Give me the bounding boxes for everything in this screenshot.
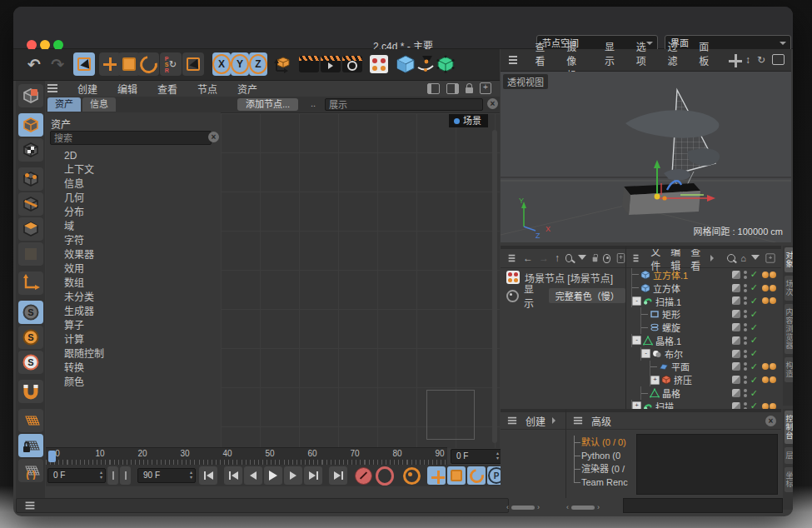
visibility-dots-icon[interactable] — [744, 271, 747, 279]
autokey-button[interactable] — [376, 466, 394, 485]
node-menu-item[interactable]: 查看 — [157, 82, 177, 96]
asset-category-item[interactable]: 信息 — [46, 177, 202, 192]
expander-icon[interactable]: - — [632, 336, 641, 345]
rail-snap-mode-button[interactable]: S — [18, 326, 43, 349]
panel-right-icon[interactable] — [446, 83, 459, 94]
menu-icon[interactable] — [47, 87, 57, 89]
edit-state-icon[interactable] — [732, 271, 740, 279]
visibility-dots-icon[interactable] — [744, 376, 747, 384]
scene-graph-tab[interactable]: 场景 — [449, 114, 488, 127]
visibility-dots-icon[interactable] — [744, 389, 747, 397]
range-slider-right[interactable] — [120, 466, 131, 485]
timeline-ruler[interactable]: 0102030405060708090 — [46, 447, 447, 465]
more-menus-icon[interactable] — [710, 255, 717, 262]
visibility-dots-icon[interactable] — [744, 402, 747, 409]
forward-icon[interactable]: → — [539, 253, 549, 263]
next-frame-button[interactable] — [284, 466, 302, 485]
create-panel-hscroll[interactable]: ‹› — [506, 501, 540, 513]
viewport-menu-icon[interactable] — [509, 59, 517, 61]
clear-search-icon[interactable]: × — [208, 132, 219, 142]
previous-key-button[interactable] — [224, 466, 242, 485]
rail-snap-settings-button[interactable]: S — [18, 351, 43, 374]
asset-category-item[interactable]: 计算 — [46, 333, 202, 347]
console-tree-item[interactable]: Python (0 — [571, 449, 635, 462]
object-row[interactable]: -晶格.1✓ — [626, 334, 781, 347]
dock-tab[interactable]: 坐标 — [785, 467, 794, 492]
edit-state-icon[interactable] — [732, 323, 740, 331]
asset-category-item[interactable]: 转换 — [46, 361, 202, 376]
object-name[interactable]: 挤压 — [674, 373, 692, 386]
edit-state-icon[interactable] — [732, 336, 740, 345]
search-icon[interactable] — [565, 254, 572, 262]
close-panel-icon[interactable]: × — [765, 416, 776, 426]
visibility-dots-icon[interactable] — [744, 310, 747, 318]
object-row[interactable]: +挤压✓ — [626, 373, 781, 386]
rail-lock-workplane-button[interactable] — [18, 434, 43, 457]
dock-tab[interactable]: 场次 — [785, 276, 794, 301]
object-name[interactable]: 晶格.1 — [655, 334, 681, 347]
spline-pen-button[interactable] — [415, 52, 436, 76]
viewport-3d[interactable]: Y Z X 透视视图 网格间距 : 100000 cm — [501, 72, 791, 242]
up-icon[interactable]: ↑ — [555, 253, 560, 263]
next-key-button[interactable] — [304, 466, 322, 485]
keyframe-selection-button[interactable] — [402, 466, 421, 485]
visibility-dots-icon[interactable] — [744, 350, 747, 358]
console-tree-item[interactable]: Team Renc — [571, 476, 635, 489]
pan-view-icon[interactable] — [729, 54, 739, 64]
panel-left-icon[interactable] — [427, 83, 440, 94]
psr-tool-button[interactable]: PSR ↻ — [160, 52, 182, 76]
rotate-tool-button[interactable] — [137, 52, 159, 76]
render-settings-button[interactable] — [341, 52, 363, 76]
selection-box-button[interactable] — [182, 52, 204, 76]
asset-category-item[interactable]: 效果器 — [46, 248, 202, 262]
rail-texture-mode-button[interactable] — [18, 138, 43, 162]
object-name[interactable]: 平面 — [671, 360, 690, 373]
rail-make-editable-button[interactable] — [18, 84, 43, 107]
visibility-dots-icon[interactable] — [744, 336, 747, 345]
add-object-icon[interactable]: + — [765, 253, 775, 262]
redo-button[interactable]: ↷ — [47, 52, 68, 76]
asset-category-item[interactable]: 域 — [46, 220, 202, 234]
object-name[interactable]: 布尔 — [665, 347, 683, 361]
object-name[interactable]: 矩形 — [662, 307, 680, 321]
asset-category-item[interactable]: 字符 — [46, 234, 202, 248]
dock-tab[interactable]: 控制台 — [785, 411, 794, 444]
rail-align-workplane-button[interactable]: ( ) — [18, 459, 43, 482]
back-icon[interactable]: ← — [523, 253, 533, 263]
render-button[interactable] — [320, 52, 341, 76]
status-menu-icon[interactable] — [26, 505, 35, 506]
enabled-check-icon[interactable]: ✓ — [750, 349, 758, 358]
enabled-check-icon[interactable]: ✓ — [750, 336, 758, 345]
object-name[interactable]: 螺旋 — [662, 321, 680, 334]
node-menu-item[interactable]: 编辑 — [117, 82, 137, 96]
object-row[interactable]: 立方体✓ — [626, 281, 781, 295]
zoom-view-icon[interactable]: ↕ — [745, 54, 750, 66]
goto-end-button[interactable] — [329, 466, 347, 485]
path-home-icon[interactable]: ⌂ — [740, 253, 746, 263]
filter-icon[interactable] — [751, 255, 760, 264]
clear-filter-icon[interactable]: × — [487, 98, 498, 109]
filter-icon[interactable] — [578, 255, 586, 264]
dock-tab[interactable]: 内容浏览器 — [785, 304, 794, 354]
asset-category-item[interactable]: 几何 — [46, 192, 202, 206]
edit-state-icon[interactable] — [732, 350, 740, 358]
object-row[interactable]: 晶格✓ — [626, 386, 781, 400]
tab-assets[interactable]: 资产 — [47, 97, 81, 112]
record-keyframe-button[interactable] — [354, 466, 372, 485]
coordinate-system-button[interactable] — [271, 52, 293, 76]
advanced-panel-hscroll[interactable]: ‹› — [566, 501, 600, 513]
lock-icon[interactable] — [466, 87, 473, 93]
object-name[interactable]: 立方体 — [653, 281, 680, 295]
range-end-field[interactable]: 90 F▴▾ — [137, 468, 196, 483]
asset-category-item[interactable]: 上下文 — [46, 163, 202, 177]
asset-category-item[interactable]: 效用 — [46, 262, 202, 276]
object-row[interactable]: -布尔✓ — [626, 347, 781, 361]
edit-state-icon[interactable] — [732, 389, 740, 397]
edit-state-icon[interactable] — [732, 362, 740, 371]
display-mode-select[interactable]: 完整着色（慢） — [549, 288, 625, 303]
visibility-dots-icon[interactable] — [744, 362, 747, 371]
enabled-check-icon[interactable]: ✓ — [750, 296, 758, 306]
rail-workplane-button[interactable] — [18, 409, 43, 432]
object-row[interactable]: +扫描✓ — [626, 400, 781, 409]
edit-state-icon[interactable] — [732, 402, 740, 409]
